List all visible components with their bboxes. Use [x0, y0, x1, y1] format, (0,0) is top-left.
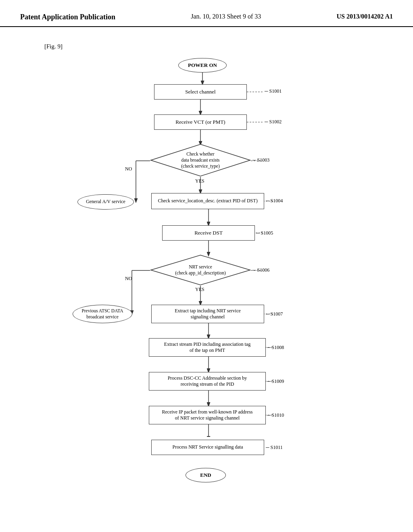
node-s1005: Receive DST — [162, 225, 255, 241]
label-s1005: ─ S1005 — [256, 230, 273, 236]
node-prev-atsc: Previous ATSC DATAbroadcast service — [73, 305, 132, 323]
node-end: END — [186, 468, 226, 482]
publication-label: Patent Application Publication — [20, 12, 115, 22]
label-s1003: ─ S1003 — [252, 157, 269, 163]
yes-label-s1003: YES — [195, 178, 204, 184]
label-s1007: ─ S1007 — [266, 311, 283, 317]
node-s1001: Select channel — [154, 84, 247, 100]
node-general-av: General A/V service — [77, 194, 134, 210]
node-s1010: Receive IP packet from well-known IP add… — [149, 406, 266, 424]
label-s1002: ─ S1002 — [265, 119, 282, 125]
flowchart-diagram: POWER ON Select channel ─ S1001 Receive … — [65, 54, 348, 437]
patent-number: US 2013/0014202 A1 — [336, 12, 393, 21]
label-s1004: ─ S1004 — [266, 198, 283, 204]
node-s1006: NRT service(check app_id_description) — [150, 254, 251, 286]
node-s1011: Process NRT Service signalling data — [151, 440, 264, 455]
node-s1008: Extract stream PID including association… — [149, 338, 266, 357]
page-header: Patent Application Publication Jan. 10, … — [0, 0, 413, 27]
label-s1008: ─ S1008 — [267, 345, 284, 351]
no-label-s1003: NO — [125, 166, 132, 172]
node-s1009: Process DSC-CC Addressable section byrec… — [149, 372, 266, 391]
label-s1010: ─ S1010 — [267, 412, 284, 418]
label-s1011: ─ S1011 — [266, 445, 283, 451]
label-s1009: ─ S1009 — [267, 378, 284, 384]
yes-label-s1006: YES — [195, 287, 204, 293]
sheet-info: Jan. 10, 2013 Sheet 9 of 33 — [191, 12, 261, 21]
node-s1007: Extract tap including NRT servicesignali… — [151, 305, 264, 323]
no-label-s1006: NO — [125, 276, 132, 282]
node-power-on: POWER ON — [178, 58, 227, 73]
node-s1004: Check service_location_desc. (extract PI… — [151, 193, 264, 209]
node-s1002: Receive VCT (or PMT) — [154, 114, 247, 130]
label-s1006: ─ S1006 — [252, 267, 269, 273]
label-s1001: ─ S1001 — [265, 88, 282, 94]
node-s1003: Check whetherdata broadcast exists(check… — [150, 143, 251, 177]
page-content: [Fig. 9] — [0, 27, 413, 449]
figure-label: [Fig. 9] — [44, 43, 393, 50]
